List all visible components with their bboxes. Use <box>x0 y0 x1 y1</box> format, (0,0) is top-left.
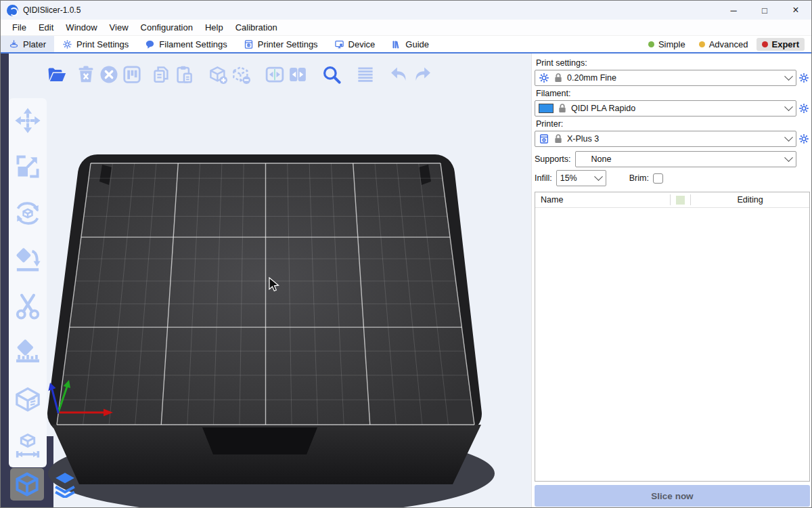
expert-dot-icon <box>762 41 768 47</box>
menu-configuration[interactable]: Configuration <box>135 22 199 33</box>
split-objects-icon <box>265 64 285 85</box>
filament-combo[interactable]: QIDI PLA Rapido <box>535 100 796 117</box>
split-to-objects-button[interactable] <box>263 63 286 86</box>
cube-view-icon <box>14 471 41 498</box>
titlebar: QIDISlicer-1.0.5 ─ □ × <box>1 1 811 20</box>
object-list-header: Name Editing <box>535 192 809 208</box>
measure-icon <box>14 431 42 459</box>
printer-value: X-Plus 3 <box>567 134 782 144</box>
menu-window[interactable]: Window <box>60 22 103 33</box>
delete-all-icon <box>99 64 119 85</box>
chevron-down-icon <box>784 133 793 142</box>
paste-button[interactable] <box>173 63 196 86</box>
window-title: QIDISlicer-1.0.5 <box>23 5 81 15</box>
extruder-color-chip <box>676 196 685 205</box>
move-tool[interactable] <box>12 105 43 136</box>
rotate-tool[interactable] <box>12 198 43 229</box>
split-parts-icon <box>288 64 308 85</box>
mode-advanced[interactable]: Advanced <box>694 38 754 51</box>
tabbar: Plater Print Settings Filament Settings … <box>1 36 811 54</box>
arrange-button[interactable] <box>120 63 143 86</box>
fuzzy-skin-tool[interactable] <box>12 383 43 415</box>
slice-now-button[interactable]: Slice now <box>535 485 810 507</box>
place-on-face-tool[interactable] <box>12 244 43 275</box>
variable-layer-height-button[interactable] <box>354 63 377 86</box>
scissors-icon <box>14 292 42 320</box>
menu-view[interactable]: View <box>104 22 135 33</box>
filament-gear-button[interactable] <box>796 103 811 114</box>
supports-value: None <box>579 154 782 164</box>
measure-tool[interactable] <box>12 429 43 461</box>
tab-plater[interactable]: Plater <box>1 36 54 52</box>
layers-view-icon <box>51 471 78 498</box>
add-instance-button[interactable] <box>206 63 229 86</box>
menu-file[interactable]: File <box>6 22 32 33</box>
seam-icon <box>14 338 42 366</box>
top-toolbar <box>45 58 434 91</box>
mouse-cursor <box>269 277 279 293</box>
paste-icon <box>174 64 194 85</box>
column-extruder[interactable] <box>671 196 690 205</box>
tab-printer-settings[interactable]: Printer Settings <box>235 36 326 52</box>
tab-device[interactable]: Device <box>326 36 384 52</box>
print-settings-value: 0.20mm Fine <box>567 73 782 83</box>
mode-expert[interactable]: Expert <box>757 38 805 51</box>
filament-color-swatch <box>539 104 554 113</box>
split-to-parts-button[interactable] <box>286 63 309 86</box>
chevron-down-icon <box>784 153 793 162</box>
tab-label: Printer Settings <box>258 39 318 49</box>
arrange-icon <box>122 64 142 85</box>
tab-label: Filament Settings <box>159 39 227 49</box>
maximize-button[interactable]: □ <box>749 1 780 20</box>
close-button[interactable]: × <box>780 1 811 20</box>
mode-simple[interactable]: Simple <box>643 38 691 51</box>
gear-icon <box>798 133 809 144</box>
object-list-body[interactable] <box>535 208 809 481</box>
print-settings-combo[interactable]: 0.20mm Fine <box>535 70 796 86</box>
menu-edit[interactable]: Edit <box>32 22 60 33</box>
preview-view-button[interactable] <box>48 468 82 501</box>
menu-calibration[interactable]: Calibration <box>229 22 284 33</box>
redo-button[interactable] <box>411 63 434 86</box>
gear-icon <box>62 39 72 49</box>
undo-button[interactable] <box>388 63 411 86</box>
3d-viewport[interactable] <box>1 54 531 508</box>
settings-panel: Print settings: 0.20mm Fine Filament: QI… <box>531 54 812 508</box>
menu-help[interactable]: Help <box>199 22 229 33</box>
search-button[interactable] <box>320 63 343 86</box>
column-name[interactable]: Name <box>535 195 670 205</box>
object-list[interactable]: Name Editing <box>535 192 810 482</box>
open-folder-icon <box>47 64 67 85</box>
open-button[interactable] <box>45 63 68 86</box>
printer-label: Printer: <box>536 119 811 129</box>
remove-instance-button[interactable] <box>229 63 252 86</box>
mode-selector: Simple Advanced Expert <box>643 36 811 52</box>
supports-combo[interactable]: None <box>575 151 796 167</box>
cut-tool[interactable] <box>12 291 43 322</box>
minimize-button[interactable]: ─ <box>718 1 749 20</box>
copy-icon <box>151 64 171 85</box>
tab-guide[interactable]: Guide <box>383 36 437 52</box>
printer-icon <box>539 133 549 144</box>
advanced-dot-icon <box>699 41 705 47</box>
printer-combo[interactable]: X-Plus 3 <box>535 131 796 147</box>
seam-tool[interactable] <box>12 337 43 368</box>
brim-checkbox[interactable] <box>653 173 663 184</box>
simple-dot-icon <box>648 41 654 47</box>
column-editing[interactable]: Editing <box>691 195 809 205</box>
printer-gear-button[interactable] <box>796 133 811 144</box>
tab-print-settings[interactable]: Print Settings <box>54 36 137 52</box>
tab-label: Print Settings <box>76 39 129 49</box>
delete-button[interactable] <box>74 63 97 86</box>
infill-combo[interactable]: 15% <box>556 170 606 186</box>
editor-view-button[interactable] <box>10 468 44 501</box>
tab-label: Device <box>348 39 376 49</box>
tab-filament-settings[interactable]: Filament Settings <box>137 36 235 52</box>
delete-all-button[interactable] <box>97 63 120 86</box>
lock-icon <box>553 133 564 144</box>
brim-label: Brim: <box>629 173 649 183</box>
scale-tool[interactable] <box>12 151 43 182</box>
print-settings-gear-button[interactable] <box>796 72 811 83</box>
filament-value: QIDI PLA Rapido <box>571 104 782 113</box>
copy-button[interactable] <box>150 63 173 86</box>
